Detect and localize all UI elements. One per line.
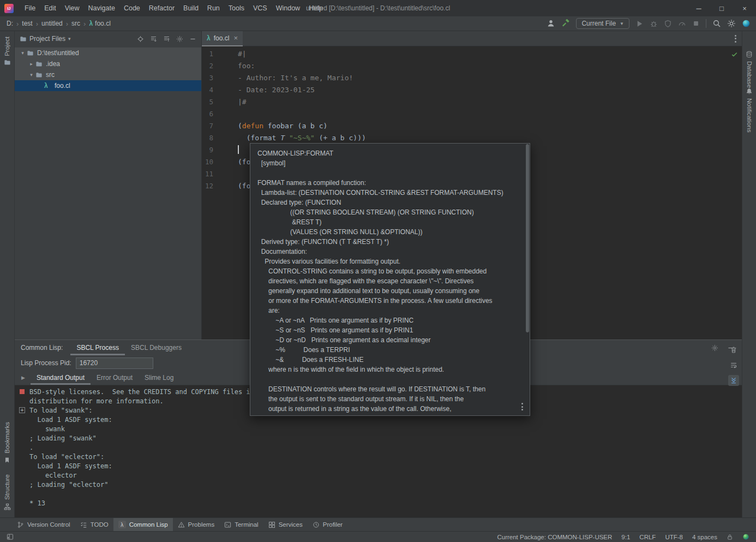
console-text: * 13 [29,499,45,507]
user-account-icon[interactable] [547,19,555,28]
menu-code[interactable]: Code [119,0,145,16]
toolwindow-button-common-lisp[interactable]: λCommon Lisp [113,518,173,531]
chevron-down-icon[interactable]: ▾ [19,50,27,56]
settings-gear-icon[interactable] [176,35,183,43]
doc-line: the output is sent to the standard outpu… [257,394,530,404]
tab-slime-log[interactable]: Slime Log [139,371,179,385]
chevron-right-icon[interactable]: ▸ [27,61,35,67]
scroll-to-end-icon[interactable] [728,375,739,386]
debug-icon[interactable] [650,20,658,28]
toolwindow-button-terminal[interactable]: Terminal [219,518,263,531]
toolwindow-button-problems[interactable]: Problems [173,518,220,531]
breadcrumb-item-d[interactable]: D: [5,20,14,27]
status-encoding[interactable]: UTF-8 [665,534,683,540]
menu-edit[interactable]: Edit [40,0,61,16]
collapse-all-icon[interactable] [163,35,170,43]
coverage-icon[interactable] [664,20,672,28]
menu-vcs[interactable]: VCS [249,0,272,16]
main-toolbar: Current File ▼ [547,18,751,29]
run-icon[interactable] [635,20,644,28]
breadcrumb-item-src[interactable]: src [70,20,81,27]
toolwindow-button-database[interactable]: Database [742,51,756,88]
menu-build[interactable]: Build [179,0,203,16]
menu-navigate[interactable]: Navigate [84,0,119,16]
status-package[interactable]: Current Package: COMMON-LISP-USER [497,534,612,540]
menu-view[interactable]: View [61,0,84,16]
toolwindow-button-label: Services [279,521,303,528]
chevron-down-icon[interactable]: ▾ [27,72,35,78]
lock-icon[interactable] [727,534,733,540]
settings-gear-icon[interactable] [727,19,736,28]
expand-all-icon[interactable] [150,35,157,43]
maximize-button[interactable]: □ [710,0,733,16]
search-everywhere-icon[interactable] [712,19,721,28]
profiler-icon[interactable] [678,20,686,28]
doc-line: ~S or ~nS Prints one argument as if by P… [257,325,530,335]
build-hammer-icon[interactable] [561,19,570,28]
status-indicator-icon[interactable] [742,533,749,540]
toolwindow-button-label: Project [4,37,10,56]
status-widgets: Current Package: COMMON-LISP-USER9:1CRLF… [497,533,749,540]
toolwindow-button-profiler[interactable]: Profiler [308,518,347,531]
breadcrumb: D:›test›untitled›src›λfoo.cl [5,20,112,28]
tree-item-foo-cl[interactable]: λfoo.cl [15,80,201,91]
tab-sbcl-debuggers[interactable]: SBCL Debuggers [125,340,188,355]
status-line-separator[interactable]: CRLF [639,534,656,540]
expand-arrow-icon[interactable]: ▶ [21,375,25,380]
locate-file-icon[interactable] [137,35,144,43]
breadcrumb-item-test[interactable]: test [21,20,33,27]
soft-wrap-icon[interactable] [728,360,739,371]
minimize-button[interactable]: ─ [687,0,710,16]
tree-item-d-test-untitled[interactable]: ▾D:\test\untitled [15,47,201,58]
menu-refactor[interactable]: Refactor [145,0,179,16]
toolwindow-button-todo[interactable]: TODO [75,518,113,531]
project-view-selector[interactable]: Project Files [29,35,65,43]
pid-input[interactable] [76,358,153,369]
inspections-ok-checkmark-icon[interactable] [731,51,738,58]
popup-scrollbar[interactable] [526,144,529,332]
toolwindow-button-bookmarks[interactable]: Bookmarks [0,422,14,463]
menu-window[interactable]: Window [272,0,304,16]
tab-error-output[interactable]: Error Output [91,371,139,385]
tree-item-idea[interactable]: ▸.idea [15,58,201,69]
close-button[interactable]: × [733,0,756,16]
code-with-me-icon[interactable] [742,19,751,28]
doc-line: ~& Does a FRESH-LINE [257,355,530,365]
breadcrumb-label: untitled [41,20,63,27]
status-indent[interactable]: 4 spaces [692,534,717,540]
doc-line: CONTROL-STRING contains a string to be o… [257,266,530,276]
breadcrumb-item-untitled[interactable]: untitled [40,20,64,27]
doc-line: ~A or ~nA Prints one argument as if by P… [257,315,530,325]
toolwindow-button-label: Version Control [27,521,70,528]
tree-item-src[interactable]: ▾src [15,69,201,80]
clear-console-trash-icon[interactable] [728,344,739,355]
tab-sbcl-process[interactable]: SBCL Process [70,340,125,355]
bell-icon [746,88,753,95]
toolwindow-button-version-control[interactable]: Version Control [12,518,75,531]
breadcrumb-item-foo-cl[interactable]: λfoo.cl [88,20,111,27]
toolwindow-button-services[interactable]: Services [263,518,308,531]
close-tab-icon[interactable]: × [233,34,238,42]
menu-file[interactable]: File [20,0,40,16]
stop-process-icon[interactable] [15,389,29,394]
toolwindow-layout-icon[interactable] [7,533,14,540]
status-caret-position[interactable]: 9:1 [621,534,630,540]
toolwindow-button-notifications[interactable]: Notifications [742,88,756,133]
hide-panel-icon[interactable] [189,35,196,43]
popup-options-kebab-icon[interactable] [521,403,523,410]
lambda-box-icon: λ [118,521,126,528]
toolwindow-button-project[interactable]: Project [0,37,14,65]
tab-options-kebab-icon[interactable] [735,35,736,43]
toolwindow-button-structure[interactable]: Structure [0,474,14,510]
menu-tools[interactable]: Tools [224,0,249,16]
console-text: BSD-style licenses. See the CREDITS and … [29,388,254,396]
settings-gear-icon[interactable] [711,344,718,352]
tab-standard-output[interactable]: Standard Output [31,371,91,385]
stop-icon[interactable] [692,20,700,27]
line-number: 1 [202,50,238,58]
editor-tab-foo-cl[interactable]: λ foo.cl × [202,31,243,46]
database-icon [746,51,753,58]
menu-run[interactable]: Run [203,0,224,16]
run-configuration-select[interactable]: Current File ▼ [576,18,629,29]
fold-expand-icon[interactable]: + [15,407,29,413]
